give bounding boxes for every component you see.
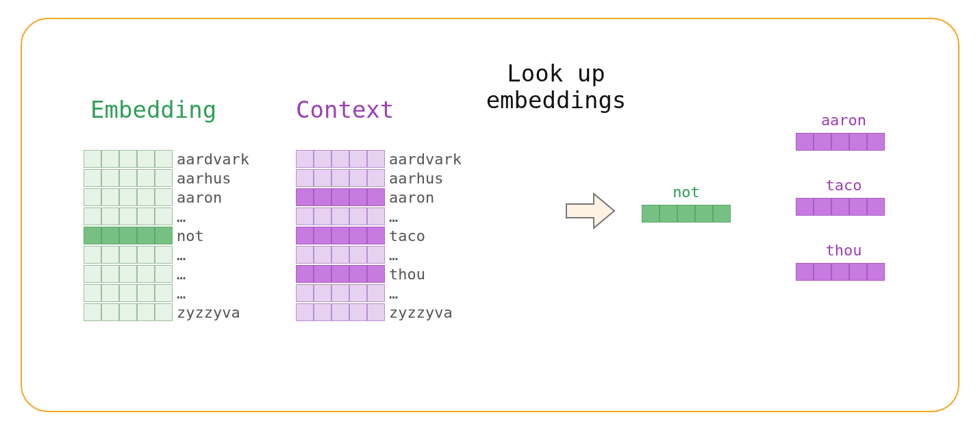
matrix-row-label: aarhus [389, 170, 443, 187]
matrix-cell [296, 150, 314, 168]
matrix-row-label: … [389, 285, 398, 302]
matrix-row: aardvark [84, 149, 249, 168]
context-vector-label: thou [796, 242, 892, 259]
target-vector-label: not [642, 184, 731, 201]
context-vectors: aarontacothou [796, 112, 892, 307]
vector-cell [659, 205, 677, 223]
matrix-row: zyzzyva [84, 303, 249, 322]
lookup-title-line1: Look up [467, 60, 645, 87]
matrix-cells [84, 150, 173, 168]
embedding-title: Embedding [90, 96, 216, 123]
matrix-cell [101, 150, 119, 168]
matrix-cell [101, 188, 119, 206]
matrix-cell [119, 246, 137, 264]
matrix-cell [349, 284, 367, 302]
matrix-cell [296, 284, 314, 302]
vector-cell [642, 205, 659, 223]
matrix-row: taco [296, 226, 462, 245]
matrix-row-label: taco [389, 227, 425, 244]
matrix-cell [349, 227, 367, 244]
matrix-cell [155, 246, 173, 264]
context-vector-label: aaron [796, 112, 892, 129]
matrix-row: … [84, 245, 249, 264]
arrow-icon [563, 190, 618, 231]
matrix-row-label: aaron [389, 189, 434, 206]
matrix-cell [314, 207, 331, 225]
matrix-cell [367, 284, 385, 302]
matrix-row: aaron [296, 188, 462, 207]
matrix-row-label: not [177, 227, 204, 244]
matrix-cell [331, 188, 349, 206]
vector-cell [713, 205, 731, 223]
matrix-row: … [296, 245, 462, 264]
matrix-row-label: … [177, 208, 186, 225]
matrix-cell [296, 207, 314, 225]
matrix-cell [101, 246, 119, 264]
matrix-cells [296, 207, 385, 225]
matrix-cell [331, 207, 349, 225]
matrix-cells [296, 150, 385, 168]
matrix-cell [331, 303, 349, 321]
matrix-cells [296, 265, 385, 283]
matrix-cell [349, 207, 367, 225]
matrix-cell [101, 169, 119, 187]
matrix-cells [296, 188, 385, 206]
vector-cell [796, 198, 814, 216]
matrix-cell [367, 207, 385, 225]
matrix-row-label: … [177, 266, 186, 283]
matrix-cell [101, 207, 119, 225]
matrix-cell [137, 227, 155, 244]
vector-cell [831, 263, 849, 281]
vector-cell [814, 263, 831, 281]
vector-cell [867, 198, 885, 216]
context-vector-block: aaron [796, 112, 892, 151]
matrix-row-label: zyzzyva [177, 304, 240, 321]
matrix-row-label: aardvark [389, 151, 462, 168]
svg-marker-0 [566, 194, 614, 228]
matrix-cells [84, 303, 173, 321]
vector-cell [814, 198, 831, 216]
context-vector [796, 133, 892, 151]
matrix-cell [155, 207, 173, 225]
matrix-cell [84, 169, 101, 187]
matrix-cell [331, 265, 349, 283]
matrix-cell [296, 265, 314, 283]
vector-cell [831, 133, 849, 151]
matrix-cell [314, 227, 331, 244]
matrix-cell [119, 188, 137, 206]
matrix-cell [349, 303, 367, 321]
matrix-cell [296, 227, 314, 244]
vector-cell [796, 133, 814, 151]
matrix-cell [137, 207, 155, 225]
matrix-cell [331, 169, 349, 187]
matrix-cell [314, 169, 331, 187]
matrix-cell [367, 150, 385, 168]
matrix-cell [314, 150, 331, 168]
matrix-cell [349, 188, 367, 206]
matrix-cell [155, 227, 173, 244]
matrix-cell [367, 227, 385, 244]
matrix-cell [331, 246, 349, 264]
matrix-cell [101, 265, 119, 283]
matrix-row: aarhus [84, 168, 249, 188]
matrix-cell [137, 284, 155, 302]
matrix-cell [314, 303, 331, 321]
matrix-row-label: thou [389, 266, 425, 283]
matrix-cell [331, 227, 349, 244]
matrix-cells [296, 303, 385, 321]
matrix-cells [84, 265, 173, 283]
matrix-cell [331, 150, 349, 168]
matrix-cell [296, 303, 314, 321]
matrix-row: zyzzyva [296, 303, 462, 322]
vector-cell [849, 198, 867, 216]
matrix-cells [296, 169, 385, 187]
vector-cell [677, 205, 695, 223]
matrix-cell [84, 207, 101, 225]
matrix-cell [119, 284, 137, 302]
matrix-row-label: aarhus [177, 170, 231, 187]
matrix-cell [84, 303, 101, 321]
matrix-row: … [84, 264, 249, 283]
matrix-cell [84, 150, 101, 168]
matrix-cell [296, 169, 314, 187]
vector-cell [867, 263, 885, 281]
